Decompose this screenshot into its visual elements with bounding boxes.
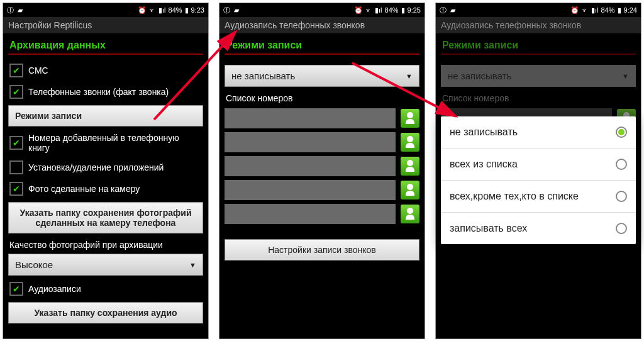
checkbox-icon[interactable]: [9, 160, 23, 174]
numbers-list-label: Список номеров: [225, 89, 419, 104]
checkbox-icon[interactable]: [9, 136, 23, 150]
divider: [225, 53, 419, 55]
wifi-icon: ᯤ: [582, 6, 589, 14]
numbers-list-label: Список номеров: [441, 89, 636, 104]
option-record-all[interactable]: записывать всех: [441, 213, 636, 244]
checkbox-label: Телефонные звонки (факт звонка): [28, 87, 202, 97]
checkbox-calls[interactable]: Телефонные звонки (факт звонка): [3, 81, 208, 103]
quality-label: Качество фотографий при архивации: [3, 236, 208, 251]
number-row: [225, 180, 419, 200]
audio-folder-button[interactable]: Указать папку сохранения аудио: [8, 302, 203, 323]
chat-icon: ▰: [234, 6, 239, 14]
pick-contact-button[interactable]: [401, 181, 419, 200]
option-label: записывать всех: [450, 223, 527, 234]
option-label: всех,кроме тех,кто в списке: [450, 191, 579, 202]
status-bar: ⓕ ▰ ⏰ ᯤ ▮ıl 84% ▮ 9:23: [3, 3, 208, 17]
phone-number-input[interactable]: [225, 108, 396, 128]
chevron-down-icon: ▼: [406, 72, 413, 80]
battery-icon: ▮: [185, 6, 189, 14]
facebook-icon: ⓕ: [223, 6, 230, 15]
photo-folder-button[interactable]: Указать папку сохранения фотографий сдел…: [8, 202, 203, 233]
pick-contact-button[interactable]: [401, 205, 419, 223]
clock: 9:25: [408, 6, 421, 14]
number-row: [225, 132, 419, 152]
radio-icon: [616, 191, 627, 202]
dropdown-value: не записывать: [231, 70, 295, 81]
alarm-icon: ⏰: [354, 6, 363, 14]
battery-pct: 84%: [601, 6, 615, 14]
clock: 9:24: [624, 6, 637, 14]
checkbox-icon[interactable]: [9, 182, 23, 196]
number-row: [225, 108, 419, 128]
app-bar: Аудиозапись телефонных звонков: [219, 17, 425, 33]
checkbox-apps[interactable]: Установка/удаление приложений: [3, 157, 208, 178]
checkbox-label: Фото сделанные на камеру: [28, 184, 202, 194]
signal-icon: ▮ıl: [158, 6, 166, 14]
phone-number-input[interactable]: [225, 204, 396, 224]
alarm-icon: ⏰: [570, 6, 579, 14]
chevron-down-icon: ▼: [189, 261, 196, 269]
checkbox-icon[interactable]: [9, 64, 23, 77]
battery-pct: 84%: [385, 6, 399, 14]
number-row: [225, 204, 419, 224]
checkbox-icon[interactable]: [9, 282, 23, 296]
chevron-down-icon: ▼: [622, 72, 629, 80]
divider: [8, 53, 203, 55]
pick-contact-button[interactable]: [401, 109, 419, 128]
radio-icon: [616, 159, 627, 170]
wifi-icon: ᯤ: [365, 6, 372, 14]
radio-icon: [616, 223, 627, 234]
checkbox-label: СМС: [28, 65, 202, 76]
checkbox-icon[interactable]: [9, 85, 23, 99]
divider: [441, 53, 636, 55]
checkbox-numbers[interactable]: Номера добавленный в телефонную книгу: [3, 129, 208, 157]
section-title: Режими записи: [219, 33, 425, 53]
facebook-icon: ⓕ: [7, 6, 14, 15]
battery-icon: ▮: [401, 6, 405, 14]
clock: 9:23: [191, 6, 204, 14]
dropdown-value: Высокое: [15, 259, 53, 270]
section-title: Архивация данных: [3, 33, 208, 53]
checkbox-label: Аудиозаписи: [28, 284, 202, 294]
option-no-record[interactable]: не записывать: [441, 116, 636, 149]
wifi-icon: ᯤ: [149, 6, 156, 14]
pick-contact-button[interactable]: [401, 157, 419, 176]
record-mode-dropdown[interactable]: не записывать ▼: [225, 65, 419, 87]
option-label: не записывать: [450, 127, 518, 138]
option-all-from-list[interactable]: всех из списка: [441, 149, 636, 181]
battery-pct: 84%: [169, 6, 182, 14]
recording-settings-button[interactable]: Настройки записи звонков: [225, 239, 419, 261]
option-label: всех из списка: [450, 159, 518, 170]
status-bar: ⓕ ▰ ⏰ ᯤ ▮ıl 84% ▮ 9:24: [436, 3, 641, 17]
radio-icon: [616, 127, 627, 138]
checkbox-photos[interactable]: Фото сделанные на камеру: [3, 178, 208, 200]
app-bar: Аудиозапись телефонных звонков: [436, 17, 641, 33]
section-title: Режими записи: [436, 33, 641, 53]
facebook-icon: ⓕ: [440, 6, 447, 15]
checkbox-audio[interactable]: Аудиозаписи: [3, 278, 208, 300]
phone-screen-2: ⓕ ▰ ⏰ ᯤ ▮ıl 84% ▮ 9:25 Аудиозапись телеф…: [219, 3, 425, 339]
phone-number-input[interactable]: [225, 180, 396, 200]
checkbox-sms[interactable]: СМС: [3, 60, 208, 81]
chat-icon: ▰: [18, 6, 23, 14]
checkbox-label: Установка/удаление приложений: [28, 162, 202, 172]
phone-number-input[interactable]: [225, 132, 396, 152]
record-mode-dropdown: не записывать ▼: [441, 65, 636, 87]
signal-icon: ▮ıl: [375, 6, 382, 14]
phone-screen-1: ⓕ ▰ ⏰ ᯤ ▮ıl 84% ▮ 9:23 Настройки Reptili…: [3, 3, 209, 339]
phone-screen-3: ⓕ ▰ ⏰ ᯤ ▮ıl 84% ▮ 9:24 Аудиозапись телеф…: [435, 3, 641, 339]
chat-icon: ▰: [450, 6, 455, 14]
alarm-icon: ⏰: [138, 6, 147, 14]
status-bar: ⓕ ▰ ⏰ ᯤ ▮ıl 84% ▮ 9:25: [219, 3, 425, 17]
app-bar: Настройки Reptilicus: [3, 17, 208, 33]
signal-icon: ▮ıl: [591, 6, 599, 14]
pick-contact-button[interactable]: [401, 133, 419, 152]
battery-icon: ▮: [618, 6, 621, 14]
quality-dropdown[interactable]: Высокое ▼: [8, 254, 203, 276]
record-mode-popup: не записывать всех из списка всех,кроме …: [441, 116, 636, 244]
option-except-list[interactable]: всех,кроме тех,кто в списке: [441, 181, 636, 213]
checkbox-label: Номера добавленный в телефонную книгу: [28, 133, 202, 153]
phone-number-input[interactable]: [225, 156, 396, 176]
recording-mode-button[interactable]: Режими записи: [8, 105, 203, 127]
number-row: [225, 156, 419, 176]
